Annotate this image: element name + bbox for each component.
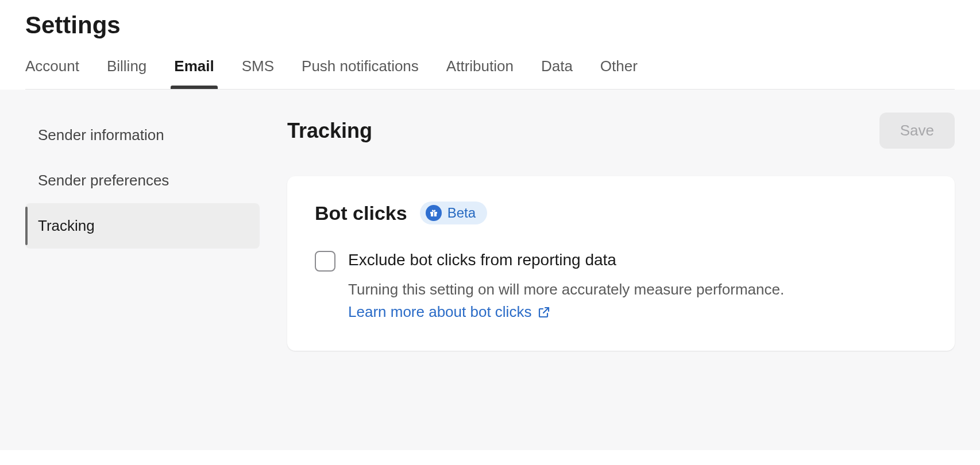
bot-clicks-card: Bot clicks Beta [287,176,955,351]
learn-more-link[interactable]: Learn more about bot clicks [348,303,551,321]
tab-push-notifications[interactable]: Push notifications [302,57,419,89]
tabs-bar: Account Billing Email SMS Push notificat… [25,57,955,90]
exclude-bot-clicks-checkbox[interactable] [315,251,335,272]
svg-rect-2 [433,212,434,216]
beta-badge-label: Beta [447,205,476,221]
save-button[interactable]: Save [879,113,955,149]
card-title: Bot clicks [315,202,407,224]
gift-icon [426,205,442,221]
beta-badge: Beta [420,202,487,224]
sidebar-item-sender-information[interactable]: Sender information [25,113,260,158]
tab-billing[interactable]: Billing [107,57,146,89]
tab-data[interactable]: Data [541,57,573,89]
page-title: Settings [25,11,955,39]
tab-email[interactable]: Email [174,57,214,89]
sidebar: Sender information Sender preferences Tr… [25,113,260,427]
tab-account[interactable]: Account [25,57,79,89]
sidebar-item-sender-preferences[interactable]: Sender preferences [25,158,260,203]
tab-sms[interactable]: SMS [242,57,274,89]
sidebar-item-tracking[interactable]: Tracking [25,203,260,249]
section-title: Tracking [287,119,372,143]
learn-more-label: Learn more about bot clicks [348,303,531,321]
tab-attribution[interactable]: Attribution [446,57,514,89]
option-description: Turning this setting on will more accura… [348,278,927,301]
option-label: Exclude bot clicks from reporting data [348,250,927,270]
main-content: Tracking Save Bot clicks B [287,113,955,427]
external-link-icon [537,305,551,319]
tab-other[interactable]: Other [600,57,638,89]
